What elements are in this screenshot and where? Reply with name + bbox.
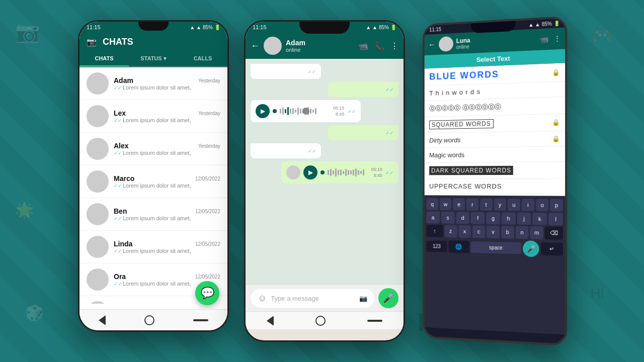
chat-item[interactable]: Marco 12/05/2022 ✓✓ Lorem ipsum dolor si… [79,165,227,198]
tab-chats[interactable]: CHATS [79,51,129,66]
whatsapp-title: CHATS [103,37,220,47]
font-item-upper[interactable]: Uppercase Words [425,179,565,195]
key-p[interactable]: p [550,199,563,211]
key-s[interactable]: s [441,211,455,223]
message-input-area[interactable]: ☺ Type a message 📷 [251,289,374,308]
svg-rect-25 [350,170,352,174]
key-b[interactable]: b [501,226,514,239]
battery-3: 85% [542,21,552,27]
recents-button-phone2[interactable] [367,320,382,322]
home-button-phone2[interactable] [315,316,326,326]
camera-attach-icon[interactable]: 📷 [359,295,367,302]
video-call-icon-3[interactable]: 📹 [540,35,548,43]
battery-icon-3: 🔋 [553,20,559,26]
tab-bar: CHATS STATUS ▾ CALLS [79,51,227,67]
voice-play-btn[interactable]: ▶ [256,104,270,118]
font-item-darksq[interactable]: DARK SQUARED WORDS [425,162,565,179]
back-button-3[interactable]: ← [428,40,436,49]
key-j[interactable]: j [517,212,531,225]
keyboard-row-4: 123 🌐 space 🎤 ↵ [426,238,562,257]
key-g[interactable]: g [486,212,500,224]
key-backspace[interactable]: ⌫ [545,226,563,239]
key-k[interactable]: k [533,212,547,225]
font-item-magic[interactable]: Magic words [425,146,565,163]
mic-button[interactable]: 🎤 [378,288,398,308]
key-globe[interactable]: 🌐 [448,240,469,253]
key-q[interactable]: q [426,198,438,210]
recents-button[interactable] [193,319,208,321]
svg-rect-20 [338,170,339,175]
key-m[interactable]: m [530,226,543,239]
key-h[interactable]: h [502,212,516,224]
key-r[interactable]: r [466,198,478,210]
svg-rect-23 [345,169,347,176]
key-enter[interactable]: ↵ [541,242,563,256]
font-name-darksq: DARK SQUARED WORDS [429,166,513,175]
key-shift[interactable]: ↑ [426,224,443,237]
font-item-squared[interactable]: SQUARED WORDS 🔒 [425,114,565,134]
more-options-icon[interactable]: ⋮ [390,41,398,51]
back-button[interactable] [99,315,106,325]
font-name-upper: Uppercase Words [429,183,502,190]
voice-play-btn-2[interactable]: ▶ [303,165,317,179]
back-button-phone2[interactable] [267,316,274,326]
chat-time: Yesterday [198,78,220,83]
svg-rect-4 [290,109,291,114]
font-name-circle: ⓪⓪⓪⓪⓪ ⓪⓪⓪⓪⓪⓪ [429,103,501,114]
key-u[interactable]: u [508,199,520,211]
chat-item[interactable]: Ben 12/05/2022 ✓✓ Lorem ipsum dolor sit … [79,198,227,231]
key-i[interactable]: i [522,199,534,211]
chat-header-2: ← Adam online 📹 📞 ⋮ [246,33,404,59]
svg-rect-28 [358,170,359,175]
key-v[interactable]: v [487,225,500,238]
svg-rect-17 [330,169,332,176]
font-list: BLUE WORDS 🔒 T h i n w o r d s ⓪⓪⓪⓪⓪ ⓪⓪⓪… [425,63,565,196]
chat-item[interactable]: Lex Yesterday ✓✓ Lorem ipsum dolor sit a… [79,100,227,133]
battery-icon: 🔋 [214,25,220,30]
voice-dot-2 [320,170,325,174]
more-options-icon-3[interactable]: ⋮ [553,34,560,43]
chat-item[interactable]: Adam Yesterday ✓✓ Lorem ipsum dolor sit … [79,67,227,100]
voice-time-received: 05:15 [333,106,345,111]
call-icon[interactable]: 📞 [374,41,384,51]
back-button-2[interactable]: ← [251,41,260,51]
voice-duration-sent: 8:45 [373,173,382,178]
key-n[interactable]: n [516,226,529,239]
signal-icon: ▲ [190,25,195,30]
key-f[interactable]: f [471,212,485,224]
chat-item[interactable]: Linda 12/05/2022 ✓✓ Lorem ipsum dolor si… [79,231,227,263]
chat-info: Lex Yesterday ✓✓ Lorem ipsum dolor sit a… [114,109,220,123]
key-l[interactable]: l [548,213,563,225]
tab-calls[interactable]: CALLS [178,51,227,66]
svg-rect-29 [360,171,362,174]
key-x[interactable]: x [458,225,471,237]
key-z[interactable]: z [444,225,457,237]
key-d[interactable]: d [456,212,469,224]
key-t[interactable]: t [480,198,492,210]
avatar [87,105,109,127]
key-y[interactable]: y [494,199,506,211]
emoji-icon[interactable]: ☺ [258,293,267,304]
notch-2 [299,22,350,34]
font-item-dirty[interactable]: Dirty words 🔒 [425,131,565,148]
key-c[interactable]: c [472,225,485,238]
camera-icon[interactable]: 📷 [87,37,97,47]
svg-rect-21 [340,169,342,175]
key-w[interactable]: w [440,198,452,210]
phone-font-selector: 11:15 ▲ ▲ 85% 🔋 ← Luna online 📹 ⋮ [423,16,567,346]
chat-info: Alex Yesterday ✓✓ Lorem ipsum dolor sit … [114,142,220,156]
status-icons-1: ▲ ▲ 85% 🔋 [190,25,220,30]
lock-icon-dirty: 🔒 [552,135,560,142]
home-button[interactable] [144,315,154,325]
wifi-icon-3: ▲ [535,21,540,27]
mic-key[interactable]: 🎤 [523,240,539,257]
key-a[interactable]: a [426,211,439,223]
tab-status[interactable]: STATUS ▾ [129,51,178,66]
video-call-icon[interactable]: 📹 [358,41,368,51]
new-chat-fab[interactable]: 💬 [195,281,219,305]
chat-item[interactable]: Alex Yesterday ✓✓ Lorem ipsum dolor sit … [79,133,227,165]
key-o[interactable]: o [536,199,548,211]
key-e[interactable]: e [453,198,465,210]
key-123[interactable]: 123 [426,240,447,252]
key-space[interactable]: space [471,241,521,254]
